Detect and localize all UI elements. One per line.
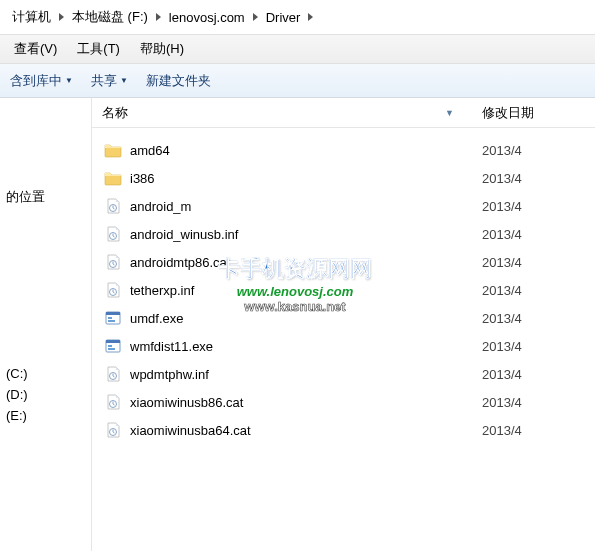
- file-name: wmfdist11.exe: [130, 339, 213, 354]
- file-name: android_m: [130, 199, 191, 214]
- file-row[interactable]: androidmtp86.cat2013/4: [92, 248, 595, 276]
- file-name: wpdmtphw.inf: [130, 367, 209, 382]
- sidebar-drive-c[interactable]: (C:): [6, 366, 85, 381]
- cat-icon: [104, 197, 122, 215]
- breadcrumb-item-computer[interactable]: 计算机: [8, 6, 55, 28]
- column-headers: 名称 ▼ 修改日期: [92, 98, 595, 128]
- menubar: 查看(V) 工具(T) 帮助(H): [0, 34, 595, 64]
- file-name: xiaomiwinusb86.cat: [130, 395, 243, 410]
- exe-icon: [104, 309, 122, 327]
- chevron-right-icon[interactable]: [156, 13, 161, 21]
- svg-rect-6: [108, 317, 112, 319]
- sidebar-drive-e[interactable]: (E:): [6, 408, 85, 423]
- file-date: 2013/4: [472, 283, 595, 298]
- file-date: 2013/4: [472, 255, 595, 270]
- file-row[interactable]: i3862013/4: [92, 164, 595, 192]
- file-name: i386: [130, 171, 155, 186]
- file-date: 2013/4: [472, 367, 595, 382]
- file-row[interactable]: android_winusb.inf2013/4: [92, 220, 595, 248]
- sidebar-drive-d[interactable]: (D:): [6, 387, 85, 402]
- file-row[interactable]: android_m2013/4: [92, 192, 595, 220]
- file-date: 2013/4: [472, 311, 595, 326]
- cat-icon: [104, 393, 122, 411]
- file-pane: 名称 ▼ 修改日期 amd642013/4i3862013/4android_m…: [92, 98, 595, 551]
- file-date: 2013/4: [472, 227, 595, 242]
- file-list: amd642013/4i3862013/4android_m2013/4andr…: [92, 128, 595, 452]
- breadcrumb-item-drive[interactable]: 本地磁盘 (F:): [68, 6, 152, 28]
- file-name: tetherxp.inf: [130, 283, 194, 298]
- file-date: 2013/4: [472, 395, 595, 410]
- svg-rect-5: [106, 312, 120, 315]
- column-header-name[interactable]: 名称 ▼: [92, 98, 472, 127]
- svg-rect-7: [108, 320, 115, 322]
- menu-help[interactable]: 帮助(H): [134, 38, 190, 60]
- breadcrumb-item-folder2[interactable]: Driver: [262, 8, 305, 27]
- exe-icon: [104, 337, 122, 355]
- column-header-date[interactable]: 修改日期: [472, 98, 595, 127]
- file-row[interactable]: xiaomiwinusb86.cat2013/4: [92, 388, 595, 416]
- menu-tools[interactable]: 工具(T): [71, 38, 126, 60]
- chevron-right-icon[interactable]: [59, 13, 64, 21]
- share-label: 共享: [91, 72, 117, 90]
- menu-view[interactable]: 查看(V): [8, 38, 63, 60]
- file-row[interactable]: wmfdist11.exe2013/4: [92, 332, 595, 360]
- folder-icon: [104, 141, 122, 159]
- file-date: 2013/4: [472, 199, 595, 214]
- file-row[interactable]: xiaomiwinusba64.cat2013/4: [92, 416, 595, 444]
- file-row[interactable]: amd642013/4: [92, 136, 595, 164]
- svg-rect-9: [106, 340, 120, 343]
- include-label: 含到库中: [10, 72, 62, 90]
- inf-icon: [104, 365, 122, 383]
- file-name: androidmtp86.cat: [130, 255, 230, 270]
- dropdown-arrow-icon: ▼: [65, 76, 73, 85]
- new-folder-button[interactable]: 新建文件夹: [146, 72, 211, 90]
- breadcrumb-item-folder1[interactable]: lenovosj.com: [165, 8, 249, 27]
- cat-icon: [104, 253, 122, 271]
- sidebar: 的位置 (C:) (D:) (E:): [0, 98, 92, 551]
- column-date-label: 修改日期: [482, 105, 534, 120]
- file-date: 2013/4: [472, 339, 595, 354]
- file-name: amd64: [130, 143, 170, 158]
- file-name: android_winusb.inf: [130, 227, 238, 242]
- file-date: 2013/4: [472, 423, 595, 438]
- file-name: umdf.exe: [130, 311, 183, 326]
- svg-rect-11: [108, 348, 115, 350]
- chevron-right-icon[interactable]: [308, 13, 313, 21]
- sort-indicator-icon: ▼: [445, 108, 454, 118]
- breadcrumb: 计算机 本地磁盘 (F:) lenovosj.com Driver: [0, 0, 595, 34]
- file-date: 2013/4: [472, 143, 595, 158]
- folder-icon: [104, 169, 122, 187]
- file-row[interactable]: tetherxp.inf2013/4: [92, 276, 595, 304]
- include-in-library-button[interactable]: 含到库中▼: [10, 72, 73, 90]
- newfolder-label: 新建文件夹: [146, 72, 211, 90]
- sidebar-location-label: 的位置: [6, 188, 85, 206]
- share-button[interactable]: 共享▼: [91, 72, 128, 90]
- file-row[interactable]: umdf.exe2013/4: [92, 304, 595, 332]
- file-date: 2013/4: [472, 171, 595, 186]
- cat-icon: [104, 421, 122, 439]
- inf-icon: [104, 225, 122, 243]
- file-name: xiaomiwinusba64.cat: [130, 423, 251, 438]
- file-row[interactable]: wpdmtphw.inf2013/4: [92, 360, 595, 388]
- svg-rect-10: [108, 345, 112, 347]
- toolbar: 含到库中▼ 共享▼ 新建文件夹: [0, 64, 595, 98]
- column-name-label: 名称: [102, 104, 128, 122]
- chevron-right-icon[interactable]: [253, 13, 258, 21]
- dropdown-arrow-icon: ▼: [120, 76, 128, 85]
- inf-icon: [104, 281, 122, 299]
